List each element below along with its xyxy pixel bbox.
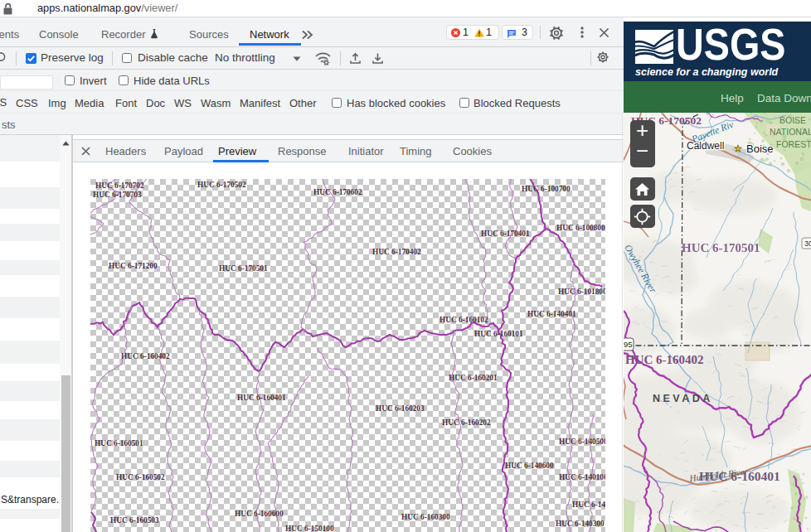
svg-text:HUC 6-160401: HUC 6-160401 — [237, 394, 286, 402]
svg-text:HUC 6-140300: HUC 6-140300 — [556, 520, 605, 528]
svg-text:HUC 6-170502: HUC 6-170502 — [197, 181, 246, 189]
svg-text:HUC 6-170702: HUC 6-170702 — [95, 181, 144, 190]
svg-text:HUC 6-160402: HUC 6-160402 — [121, 352, 170, 360]
svg-text:HUC 6-171200: HUC 6-171200 — [109, 262, 158, 270]
svg-text:HUC 6-170602: HUC 6-170602 — [313, 188, 362, 196]
svg-text:NATIONAL: NATIONAL — [770, 127, 811, 137]
svg-text:HUC 6-170402: HUC 6-170402 — [372, 248, 421, 256]
svg-text:HUC 6-160203: HUC 6-160203 — [376, 404, 425, 413]
svg-text:30: 30 — [804, 239, 811, 248]
svg-text:★: ★ — [734, 143, 742, 153]
svg-text:HUC 6-160201: HUC 6-160201 — [449, 374, 498, 382]
svg-text:HUC 6-170501: HUC 6-170501 — [219, 264, 268, 273]
svg-text:HUC 6-140600: HUC 6-140600 — [505, 462, 554, 470]
svg-text:NEVADA: NEVADA — [653, 393, 713, 404]
svg-text:HUC 6-160600: HUC 6-160600 — [235, 510, 284, 518]
svg-text:95: 95 — [624, 340, 633, 349]
svg-text:Boise: Boise — [746, 143, 774, 155]
svg-text:HUC 6-160503: HUC 6-160503 — [110, 516, 159, 525]
svg-text:HUC 6-140500: HUC 6-140500 — [559, 438, 605, 446]
svg-text:HUC 6-140200: HUC 6-140200 — [572, 501, 605, 509]
svg-text:HUC 6-160502: HUC 6-160502 — [116, 473, 165, 481]
svg-text:HUC 6-170501: HUC 6-170501 — [682, 241, 760, 254]
svg-text:HUC 6-170401: HUC 6-170401 — [481, 230, 530, 238]
svg-text:HUC 6-100700: HUC 6-100700 — [522, 185, 571, 193]
svg-text:HUC 6-160501: HUC 6-160501 — [95, 439, 143, 447]
svg-text:HUC 6-140100: HUC 6-140100 — [559, 473, 605, 481]
svg-text:BOISE: BOISE — [779, 115, 806, 125]
svg-text:HUC 6-170703: HUC 6-170703 — [93, 191, 142, 199]
svg-text:HUC 6-160300: HUC 6-160300 — [401, 513, 450, 521]
svg-text:HUC 6-101800: HUC 6-101800 — [558, 288, 605, 296]
svg-text:FOREST: FOREST — [776, 139, 811, 149]
svg-text:HUC 6-160402: HUC 6-160402 — [625, 353, 704, 366]
svg-text:HUC 6-160102: HUC 6-160102 — [439, 316, 488, 324]
svg-text:HUC 6-160101: HUC 6-160101 — [474, 330, 523, 338]
svg-text:HUC 6-160202: HUC 6-160202 — [442, 418, 491, 427]
svg-text:HUC 6-140401: HUC 6-140401 — [527, 310, 576, 318]
svg-text:HUC 6-150100: HUC 6-150100 — [285, 525, 334, 532]
svg-text:HUC 6-100800: HUC 6-100800 — [556, 224, 605, 232]
